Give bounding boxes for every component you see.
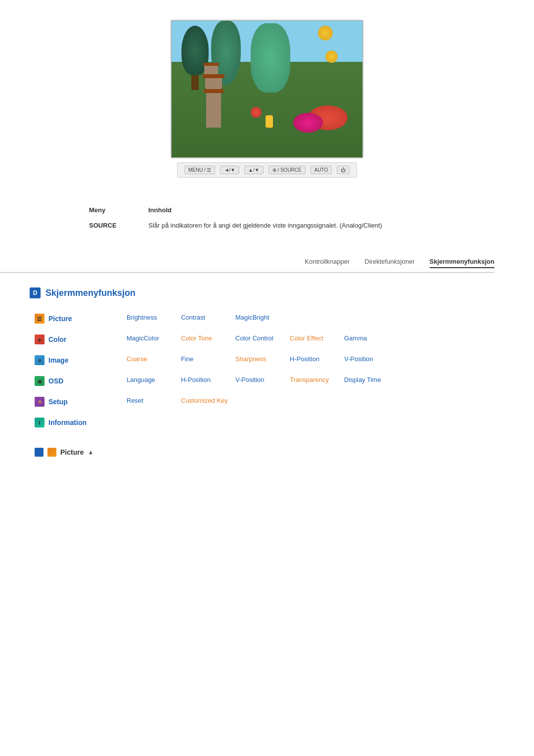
breadcrumb-blue-icon [35, 448, 44, 457]
fine-link[interactable]: Fine [181, 355, 193, 363]
sharpness-link[interactable]: Sharpness [235, 355, 266, 363]
breadcrumb-orange-icon [47, 448, 56, 457]
color-control-link[interactable]: Color Control [235, 334, 273, 342]
setup-icon: ⚙ [35, 397, 44, 407]
color-tone-link[interactable]: Color Tone [181, 334, 212, 342]
color-label[interactable]: Color [48, 335, 67, 343]
hposition-image-link[interactable]: H-Position [290, 355, 319, 363]
monitor-section: MENU / ☰ ◄/▼ ▲/▼ ⊕ / SOURCE AUTO ⏻ [0, 0, 534, 178]
main-content: D Skjermmenyfunksjon 🖼 Picture Brightnes… [0, 273, 534, 472]
source-label: SOURCE [89, 218, 148, 233]
menu-row-color: ◈ Color MagicColor Color Tone Color Cont… [35, 329, 504, 350]
menu-grid: 🖼 Picture Brightness Contrast MagicBrigh… [35, 308, 504, 433]
menu-row-image: ⊕ Image Coarse Fine Sharpness H-Position… [35, 350, 504, 371]
power-button[interactable]: ⏻ [337, 166, 350, 174]
color-effect-link[interactable]: Color Effect [290, 334, 323, 342]
vposition-osd-link[interactable]: V-Position [235, 376, 265, 383]
menu-row-information: ℹ Information [35, 412, 504, 433]
breadcrumb-label: Picture [60, 448, 84, 456]
image-label[interactable]: Image [48, 356, 68, 364]
menu-row-picture: 🖼 Picture Brightness Contrast MagicBrigh… [35, 308, 504, 329]
menu-row-setup: ⚙ Setup Reset Customized Key [35, 391, 504, 412]
section-icon: D [30, 287, 41, 298]
reset-link[interactable]: Reset [127, 397, 143, 404]
info-table: Meny Innhold SOURCE Slår på indikatoren … [89, 202, 445, 233]
osd-icon: ▣ [35, 376, 44, 386]
brightness-link[interactable]: Brightness [127, 314, 157, 321]
nav-button[interactable]: ◄/▼ [220, 166, 239, 174]
vposition-image-link[interactable]: V-Position [344, 355, 373, 363]
section-header: D Skjermmenyfunksjon [30, 287, 504, 298]
information-icon: ℹ [35, 418, 44, 427]
monitor-controls-bar: MENU / ☰ ◄/▼ ▲/▼ ⊕ / SOURCE AUTO ⏻ [177, 162, 357, 178]
contrast-link[interactable]: Contrast [181, 314, 205, 321]
display-time-link[interactable]: Display Time [344, 376, 381, 383]
gamma-link[interactable]: Gamma [344, 334, 367, 342]
picture-icon: 🖼 [35, 314, 44, 324]
tab-skjerm[interactable]: Skjermmenyfunksjon [430, 258, 495, 268]
osd-label[interactable]: OSD [48, 377, 63, 385]
image-icon: ⊕ [35, 355, 44, 365]
information-label[interactable]: Information [48, 419, 87, 426]
color-icon: ◈ [35, 334, 44, 344]
menu-button[interactable]: MENU / ☰ [184, 166, 216, 174]
magiccolor-link[interactable]: MagicColor [127, 334, 159, 342]
hposition-osd-link[interactable]: H-Position [181, 376, 211, 383]
customized-key-link[interactable]: Customized Key [181, 397, 228, 404]
tab-kontroll[interactable]: Kontrollknapper [305, 258, 350, 268]
magicbright-link[interactable]: MagicBright [235, 314, 269, 321]
info-section: Meny Innhold SOURCE Slår på indikatoren … [69, 202, 465, 233]
tab-direkte[interactable]: Direktefunksjoner [364, 258, 414, 268]
section-title: Skjermmenyfunksjon [45, 288, 135, 298]
nav-tabs: Kontrollknapper Direktefunksjoner Skjerm… [0, 258, 494, 273]
table-row: SOURCE Slår på indikatoren for å angi de… [89, 218, 445, 233]
auto-button[interactable]: AUTO [311, 166, 332, 174]
transparency-link[interactable]: Transparency [290, 376, 329, 383]
source-content: Slår på indikatoren for å angi det gjeld… [148, 218, 445, 233]
monitor-display [171, 20, 363, 158]
arrow-button[interactable]: ▲/▼ [244, 166, 264, 174]
picture-label[interactable]: Picture [48, 315, 72, 323]
col2-header: Innhold [148, 202, 445, 218]
setup-label[interactable]: Setup [48, 398, 68, 406]
coarse-link[interactable]: Coarse [127, 355, 147, 363]
col1-header: Meny [89, 202, 148, 218]
breadcrumb-arrow-icon: ▲ [88, 449, 93, 456]
source-button[interactable]: ⊕ / SOURCE [268, 166, 306, 174]
bottom-breadcrumb: Picture ▲ [30, 448, 504, 457]
menu-row-osd: ▣ OSD Language H-Position V-Position Tra… [35, 371, 504, 391]
language-link[interactable]: Language [127, 376, 155, 383]
